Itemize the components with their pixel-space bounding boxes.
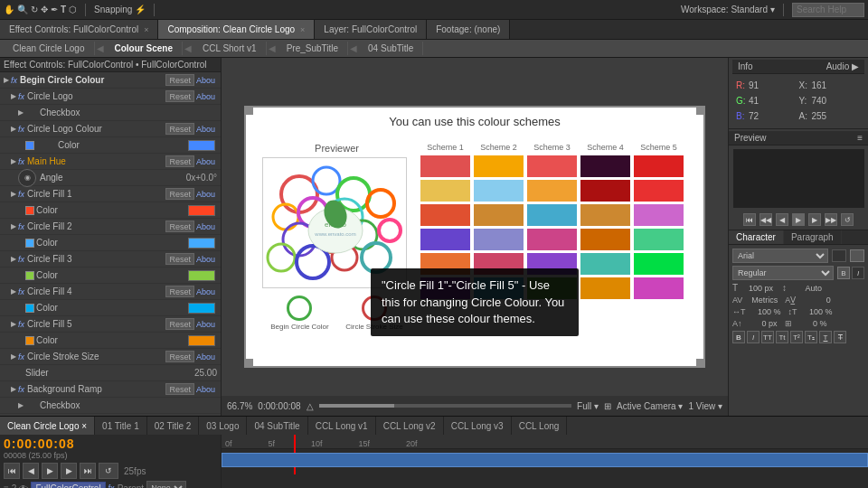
strikethrough-btn[interactable]: T̶ (834, 331, 846, 343)
about-circle-logo[interactable]: Abou (196, 92, 215, 101)
layer-collapse-btn[interactable]: ≡ (4, 483, 9, 489)
tl-tab-02-title[interactable]: 02 Title 2 (147, 417, 200, 435)
collapse-triangle[interactable]: ▶ (4, 76, 9, 84)
color-cell[interactable] (580, 204, 630, 226)
tab-composition-close[interactable]: × (300, 25, 305, 34)
view-dropdown[interactable]: 1 View ▾ (688, 401, 722, 411)
color-icon-3[interactable] (25, 239, 34, 248)
about-circle-stroke-size[interactable]: Abou (196, 352, 215, 361)
tl-tab-ccl-long-v2[interactable]: CCL Long v2 (376, 417, 444, 435)
color-icon-5[interactable] (25, 304, 34, 313)
underline-btn[interactable]: T (819, 331, 832, 343)
tl-tab-ccl-long-v3[interactable]: CCL Long v3 (444, 417, 512, 435)
preview-play[interactable]: ▶ (792, 213, 805, 226)
font-style-select[interactable]: Regular (732, 266, 834, 280)
color-cell[interactable] (580, 253, 630, 275)
reset-main-hue[interactable]: Reset (165, 155, 194, 167)
collapse-circle-logo[interactable]: ▶ (11, 92, 16, 100)
color-icon-1[interactable] (25, 141, 34, 150)
workspace-dropdown-icon[interactable]: ▾ (770, 5, 775, 14)
sub-btn[interactable]: T₂ (805, 331, 817, 343)
hand-icon[interactable]: ✋ (4, 5, 14, 14)
about-background-ramp[interactable]: Abou (196, 385, 215, 394)
tl-last-frame[interactable]: ⏭ (80, 463, 96, 479)
color-cell[interactable] (634, 277, 684, 299)
sub-tab-clean-circle[interactable]: Clean Circle Logo (4, 42, 95, 55)
color-cell[interactable] (420, 155, 470, 177)
color-cell[interactable] (474, 180, 524, 202)
color-cell[interactable] (634, 204, 684, 226)
reset-circle-logo[interactable]: Reset (165, 90, 194, 102)
tl-tab-04-subtitle[interactable]: 04 SubTitle (247, 417, 307, 435)
zoom-icon[interactable]: 🔍 (17, 5, 28, 14)
collapse-circle-logo-colour[interactable]: ▶ (11, 125, 16, 133)
collapse-circle-fill-4[interactable]: ▶ (11, 287, 16, 296)
handle-tl[interactable] (246, 108, 253, 115)
audio-label[interactable]: Audio ▶ (826, 61, 859, 71)
font-name-select[interactable]: Arial (732, 249, 828, 263)
collapse-checkbox-2[interactable]: ▶ (18, 401, 24, 409)
preview-skip-start[interactable]: ⏮ (743, 213, 756, 226)
timeline-right[interactable]: 0f 5f 10f 15f 20f (222, 435, 868, 488)
color-cell[interactable] (634, 229, 684, 250)
zoom-level[interactable]: 66.7% (227, 401, 252, 411)
color-cell[interactable] (527, 180, 577, 202)
color-icon-4[interactable] (25, 271, 34, 280)
collapse-circle-stroke-size[interactable]: ▶ (11, 352, 16, 361)
sub-tab-pre-subtitle[interactable]: Pre_SubTitle (278, 42, 348, 55)
font-size-value[interactable]: 100 px (741, 284, 773, 293)
super-btn[interactable]: T² (790, 331, 803, 343)
tab-character[interactable]: Character (729, 230, 784, 244)
tracking-value[interactable]: 0 (799, 296, 831, 305)
fx-switch[interactable]: fx (108, 483, 115, 488)
shape-icon[interactable]: ⬡ (69, 5, 77, 14)
tab-footage[interactable]: Footage: (none) (427, 20, 510, 39)
collapse-circle-fill-3[interactable]: ▶ (11, 255, 16, 263)
scale-v-value[interactable]: 100 % (801, 307, 833, 316)
color-cell[interactable] (474, 229, 524, 250)
color-picker-small[interactable] (832, 249, 846, 262)
reset-circle-stroke-size[interactable]: Reset (165, 351, 194, 362)
tl-loop[interactable]: ↺ (99, 463, 118, 479)
tl-next-frame[interactable]: ▶ (61, 463, 77, 479)
tl-first-frame[interactable]: ⏮ (4, 463, 20, 479)
reset-begin-circle-colour[interactable]: Reset (165, 74, 194, 86)
parent-select[interactable]: None (146, 481, 186, 488)
sub-tab-ccl-short[interactable]: CCL Short v1 (193, 42, 267, 55)
layer-bar[interactable] (222, 453, 868, 467)
color-icon-6[interactable] (25, 336, 34, 345)
color-picker-small-2[interactable] (850, 249, 864, 262)
about-circle-fill-4[interactable]: Abou (196, 287, 215, 296)
about-circle-logo-colour[interactable]: Abou (196, 125, 215, 134)
timeline-scrubber[interactable] (319, 404, 571, 408)
preview-next-frame[interactable]: ▶▶ (825, 213, 837, 226)
color-cell[interactable] (527, 229, 577, 250)
sub-tab-04-subtitle[interactable]: 04 SubTitle (359, 42, 423, 55)
color-cell[interactable] (420, 229, 470, 250)
tab-effect-controls-close[interactable]: × (144, 25, 148, 34)
handle-tr[interactable] (696, 108, 703, 115)
tab-paragraph[interactable]: Paragraph (784, 230, 842, 244)
tsume-value[interactable]: 0 % (796, 319, 827, 328)
color-cell[interactable] (580, 155, 630, 177)
all-caps-btn[interactable]: TT (761, 331, 774, 343)
tab-composition[interactable]: Composition: Clean Circle Logo × (158, 20, 315, 39)
preview-loop[interactable]: ↺ (841, 213, 854, 226)
layer-eye-icon[interactable]: 👁 (19, 483, 28, 489)
collapse-main-hue[interactable]: ▶ (11, 157, 16, 165)
color-cell[interactable] (420, 204, 470, 226)
tl-tab-clean-circle[interactable]: Clean Circle Logo × (0, 417, 95, 435)
reset-circle-fill-4[interactable]: Reset (165, 286, 194, 297)
handle-br[interactable] (696, 359, 703, 366)
sub-tab-colour-scene[interactable]: Colour Scene (106, 42, 183, 55)
italic-style-btn[interactable]: I (852, 267, 864, 279)
color-cell[interactable] (634, 180, 684, 202)
reset-circle-logo-colour[interactable]: Reset (165, 123, 194, 135)
reset-circle-fill-3[interactable]: Reset (165, 253, 194, 265)
pen-icon[interactable]: ✒ (51, 5, 58, 14)
color-swatch-3[interactable] (188, 238, 215, 249)
collapse-checkbox-1[interactable]: ▶ (18, 108, 24, 117)
timecode[interactable]: 0:00:00:08 (4, 436, 217, 451)
bold-style-btn[interactable]: B (837, 267, 850, 279)
collapse-circle-fill-5[interactable]: ▶ (11, 320, 16, 328)
